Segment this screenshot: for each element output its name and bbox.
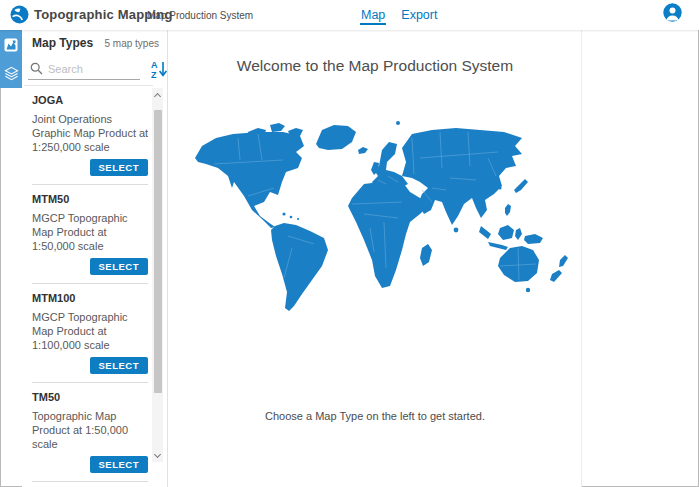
list-item-mtm100: MTM100 MGCP Topographic Map Product at 1…	[32, 284, 148, 383]
map-type-description: Topographic Map Product at 1:50,000 scal…	[32, 409, 150, 451]
a-z-sort-icon[interactable]: A Z	[150, 59, 168, 79]
map-type-name: MTM100	[32, 292, 148, 304]
layers-tool-button[interactable]	[0, 59, 22, 88]
app-window: Topographic Mapping Map Production Syste…	[0, 0, 699, 487]
map-type-name: MTM50	[32, 193, 148, 205]
scroll-up-icon[interactable]	[152, 88, 163, 102]
map-type-name: JOGA	[32, 94, 148, 106]
map-type-count: 5 map types	[105, 38, 159, 49]
scroll-down-icon[interactable]	[152, 448, 163, 462]
tool-strip	[0, 30, 22, 88]
map-icon	[4, 38, 18, 52]
app-header: Topographic Mapping Map Production Syste…	[0, 0, 699, 30]
scrollbar-thumb[interactable]	[154, 110, 162, 393]
select-button-mtm100[interactable]: SELECT	[90, 357, 148, 374]
app-logo-icon	[10, 5, 29, 24]
map-types-panel: Map Types 5 map types A Z JOGA J	[22, 30, 168, 487]
main-content: Welcome to the Map Production System	[168, 30, 582, 487]
search-box	[28, 58, 140, 80]
tab-export[interactable]: Export	[400, 2, 438, 28]
sidebar-scrollbar[interactable]	[152, 88, 163, 462]
layers-icon	[4, 66, 19, 81]
tab-map[interactable]: Map	[360, 2, 386, 28]
svg-text:A: A	[151, 60, 158, 70]
search-icon	[30, 62, 43, 75]
map-type-description: MGCP Topographic Map Product at 1:100,00…	[32, 310, 150, 352]
panel-header: Map Types 5 map types	[32, 36, 159, 50]
list-item-tm50: TM50 Topographic Map Product at 1:50,000…	[32, 383, 148, 482]
svg-text:Z: Z	[151, 70, 157, 80]
search-input[interactable]	[48, 63, 136, 75]
world-map-graphic	[188, 118, 582, 316]
map-type-name: TM50	[32, 391, 148, 403]
list-item-tm100: TM100	[32, 482, 148, 487]
map-type-list: JOGA Joint Operations Graphic Map Produc…	[22, 86, 168, 487]
panel-title: Map Types	[32, 36, 93, 50]
list-item-mtm50: MTM50 MGCP Topographic Map Product at 1:…	[32, 185, 148, 284]
map-type-description: Joint Operations Graphic Map Product at …	[32, 112, 150, 154]
map-types-tool-button[interactable]	[0, 30, 22, 59]
map-type-description: MGCP Topographic Map Product at 1:50,000…	[32, 211, 150, 253]
select-button-mtm50[interactable]: SELECT	[90, 258, 148, 275]
header-tabs: Map Export	[360, 0, 438, 30]
welcome-heading: Welcome to the Map Production System	[168, 57, 582, 75]
select-button-joga[interactable]: SELECT	[90, 159, 148, 176]
user-avatar-icon[interactable]	[663, 3, 682, 22]
search-row: A Z	[28, 58, 160, 82]
select-button-tm50[interactable]: SELECT	[90, 456, 148, 473]
app-subtitle: Map Production System	[147, 10, 253, 21]
list-item-joga: JOGA Joint Operations Graphic Map Produc…	[32, 86, 148, 185]
helper-text: Choose a Map Type on the left to get sta…	[168, 410, 582, 422]
